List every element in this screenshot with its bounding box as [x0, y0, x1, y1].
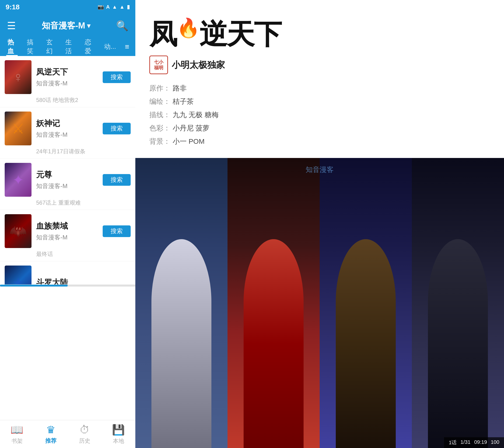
meta-value-color: 小丹尼 菠萝 [173, 124, 210, 133]
preview-image-3[interactable] [320, 158, 412, 448]
manga-title-fengni: 凤逆天下 [36, 67, 98, 77]
badge-line1: 七小 [154, 59, 163, 65]
detail-hero: 凤🔥逆天下 七小 福明 小明太极独家 原作： 路非 编绘： 桔子茶 描线： 九九… [135, 0, 504, 158]
cover-blood: 🦇 [5, 214, 32, 248]
char-silhouette-4 [428, 239, 488, 448]
recommend-icon: ♛ [46, 424, 55, 436]
tab-fantasy[interactable]: 玄幻 [41, 37, 60, 56]
meta-value-art: 桔子茶 [173, 97, 194, 107]
preview-image-1[interactable] [135, 158, 228, 448]
signal-icon: ▲ [120, 4, 125, 10]
manga-title-douluo: 斗罗大陆 [36, 277, 131, 285]
meta-row-color: 色彩： 小丹尼 菠萝 [149, 124, 490, 133]
nav-label-local: 本地 [113, 437, 124, 445]
search-button-fengni[interactable]: 搜索 [103, 72, 131, 83]
manga-title-youshen: 妖神记 [36, 118, 98, 129]
time-label: 09:19 [474, 439, 487, 446]
history-icon: ⏱ [80, 424, 90, 436]
app-title: 知音漫客-M [42, 20, 85, 32]
search-icon[interactable]: 🔍 [116, 20, 128, 32]
right-panel: 凤🔥逆天下 七小 福明 小明太极独家 原作： 路非 编绘： 桔子茶 描线： 九九… [135, 0, 504, 448]
manga-latest-youshen: 24年1月17日请假条 [0, 148, 135, 159]
episode-label: 1话 [449, 439, 457, 446]
manga-title-blood: 血族禁域 [36, 221, 98, 232]
nav-recommend[interactable]: ♛ 推荐 [34, 424, 68, 445]
meta-row-bg: 背景： 小一 POM [149, 137, 490, 146]
status-bar: 9:18 📷 A ▲ ▲ ▮ [0, 0, 135, 14]
cover-yuanzun: ✦ [5, 163, 32, 197]
meta-row-art: 编绘： 桔子茶 [149, 97, 490, 107]
manga-latest-blood: 最终话 [0, 250, 135, 261]
bookshelf-icon: 📖 [11, 424, 23, 436]
preview-images[interactable] [135, 158, 504, 448]
manga-info-yuanzun: 元尊 知音漫客-M [36, 163, 98, 197]
char-silhouette-1 [151, 239, 211, 448]
manga-source-blood: 知音漫客-M [36, 233, 98, 241]
left-panel: 9:18 📷 A ▲ ▲ ▮ ☰ 知音漫客-M ▾ 🔍 热血 搞笑 玄幻 生活 [0, 0, 135, 448]
search-button-youshen[interactable]: 搜索 [103, 123, 131, 134]
wifi-icon: ▲ [112, 4, 117, 10]
preview-image-2[interactable] [228, 158, 320, 448]
tab-romance[interactable]: 恋爱 [80, 37, 99, 56]
preview-image-4[interactable] [412, 158, 504, 448]
title-char-2: 逆天下 [199, 19, 281, 50]
top-bar: ☰ 知音漫客-M ▾ 🔍 [0, 14, 135, 37]
meta-value-original: 路非 [173, 84, 187, 93]
manga-item-youshen[interactable]: ⚔ 妖神记 知音漫客-M 搜索 24年1月17日请假条 [0, 107, 135, 159]
manga-item-fengni[interactable]: ♀ 凤逆天下 知音漫客-M 搜索 580话 绝地营救2 [0, 56, 135, 107]
cover-douluo: ★ [5, 266, 32, 285]
battery-icon: ▮ [127, 4, 130, 10]
tab-life[interactable]: 生活 [60, 37, 80, 56]
manga-title-yuanzun: 元尊 [36, 169, 98, 180]
manga-source-yuanzun: 知音漫客-M [36, 182, 98, 190]
nav-local[interactable]: 💾 本地 [102, 424, 135, 445]
manga-info-douluo: 斗罗大陆 [36, 266, 131, 285]
meta-label-art: 编绘： [149, 97, 170, 107]
meta-label-original: 原作： [149, 84, 170, 93]
battery-label: 100 [491, 439, 499, 446]
exclusive-label: 小明太极独家 [172, 59, 225, 71]
tab-action[interactable]: 动... [99, 37, 121, 56]
tab-funny[interactable]: 搞笑 [22, 37, 41, 56]
nav-bookshelf[interactable]: 📖 书架 [0, 424, 34, 445]
camera-icon: 📷 [98, 4, 104, 10]
cover-youshen: ⚔ [5, 111, 32, 145]
watermark: 知音漫客 [306, 165, 334, 175]
search-button-blood[interactable]: 搜索 [103, 225, 131, 237]
tab-hotblood[interactable]: 热血 [2, 37, 22, 56]
title-fire-icon: 🔥 [177, 18, 199, 38]
exclusive-badge: 七小 福明 小明太极独家 [149, 55, 490, 74]
meta-row-line: 描线： 九九 无极 糖梅 [149, 110, 490, 120]
manga-logo: 凤🔥逆天下 [149, 14, 490, 51]
dropdown-icon[interactable]: ▾ [87, 22, 90, 30]
status-time: 9:18 [6, 3, 19, 11]
detail-meta: 原作： 路非 编绘： 桔子茶 描线： 九九 无极 糖梅 色彩： 小丹尼 菠萝 背… [149, 79, 490, 151]
char-silhouette-2 [244, 239, 304, 448]
manga-item-yuanzun[interactable]: ✦ 元尊 知音漫客-M 搜索 567话上 重重艰难 [0, 159, 135, 210]
cover-fengni: ♀ [5, 60, 32, 94]
meta-label-color: 色彩： [149, 124, 170, 133]
manga-item-douluo[interactable]: ★ 斗罗大陆 [0, 261, 135, 285]
manga-latest-yuanzun: 567话上 重重艰难 [0, 199, 135, 210]
manga-source-youshen: 知音漫客-M [36, 131, 98, 139]
nav-label-recommend: 推荐 [45, 437, 56, 445]
char-figure-4 [412, 216, 504, 448]
meta-value-bg: 小一 POM [173, 137, 205, 146]
meta-label-line: 描线： [149, 110, 170, 120]
search-button-yuanzun[interactable]: 搜索 [103, 174, 131, 186]
right-status-bar: 1话 1/31 09:19 100 [444, 437, 504, 448]
hamburger-icon[interactable]: ☰ [7, 20, 16, 32]
meta-label-bg: 背景： [149, 137, 170, 146]
nav-label-history: 历史 [79, 437, 90, 445]
status-icons: 📷 A ▲ ▲ ▮ [98, 4, 130, 10]
badge-line2: 福明 [154, 65, 163, 71]
manga-item-blood[interactable]: 🦇 血族禁域 知音漫客-M 搜索 最终话 [0, 210, 135, 261]
manga-latest-fengni: 580话 绝地营救2 [0, 96, 135, 107]
more-categories-icon[interactable]: ≡ [121, 42, 133, 51]
publisher-badge: 七小 福明 [149, 55, 168, 74]
nav-label-bookshelf: 书架 [11, 437, 23, 445]
char-figure-1 [135, 216, 228, 448]
scroll-indicator [0, 285, 135, 287]
category-tabs: 热血 搞笑 玄幻 生活 恋爱 动... ≡ [0, 37, 135, 56]
nav-history[interactable]: ⏱ 历史 [68, 424, 102, 445]
